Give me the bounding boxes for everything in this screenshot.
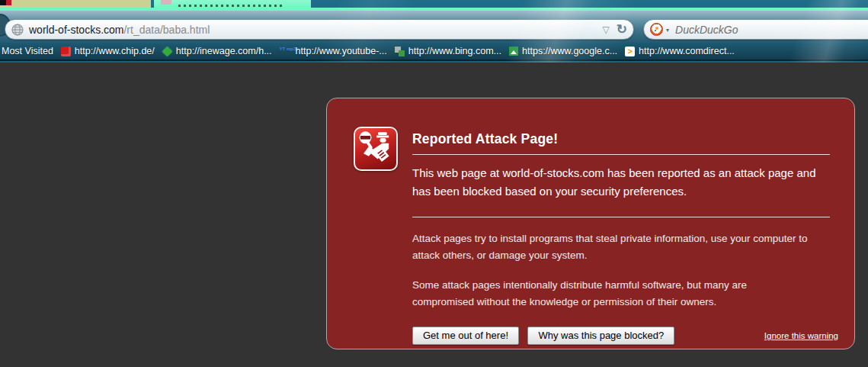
inactive-tab-favicon-accent [6,0,11,5]
globe-icon [11,24,24,36]
navigation-toolbar: world-of-stocks.com/rt_data/baba.html ▽ … [0,11,868,43]
warning-text-column: Reported Attack Page! This web page at w… [412,127,830,345]
history-dropdown-icon[interactable]: ▽ [603,24,610,35]
warning-intro: This web page at world-of-stocks.com has… [412,164,828,201]
search-bar[interactable]: ▾ DuckDuckGo [643,19,868,40]
google-favicon [509,47,518,56]
search-placeholder: DuckDuckGo [675,24,738,36]
section-divider [412,217,830,217]
bookmark-comdirect[interactable]: > http://www.comdirect... [625,46,735,56]
url-bar[interactable]: world-of-stocks.com/rt_data/baba.html ▽ … [5,19,634,40]
why-blocked-button[interactable]: Why was this page blocked? [527,327,674,345]
url-path: /rt_data/baba.html [123,24,210,36]
warning-paragraph-1: Attack pages try to install programs tha… [412,230,809,265]
bookmarks-toolbar: Most Visited http://www.chip.de/ http://… [0,43,868,61]
ytmp3-favicon: YT mp3 [280,47,292,56]
tab-active[interactable] [154,0,311,8]
search-engine-dropdown-icon[interactable]: ▾ [666,27,669,34]
url-domain: world-of-stocks.com [29,24,123,36]
police-warning-icon [354,127,398,171]
ignore-warning-link[interactable]: Ignore this warning [764,331,838,340]
chip-favicon [61,47,71,56]
bookmark-youtube[interactable]: YT mp3 http://www.youtube-... [280,46,387,56]
translate-favicon [395,47,405,56]
active-tab-favicon [161,0,171,5]
url-text[interactable]: world-of-stocks.com/rt_data/baba.html [29,24,595,36]
bookmark-most-visited[interactable]: Most Visited [2,46,53,56]
browser-chrome: world-of-stocks.com/rt_data/baba.html ▽ … [0,0,868,63]
tab-inactive[interactable] [0,0,152,8]
inactive-tab-favicon [0,0,6,5]
police-officer-glyph [355,128,396,169]
warning-paragraph-2: Some attack pages intentionally distribu… [412,277,809,311]
duckduckgo-icon[interactable] [650,23,663,36]
bookmark-bing[interactable]: http://www.bing.com... [395,46,501,56]
get-me-out-button[interactable]: Get me out of here! [412,327,519,345]
clover-favicon [162,47,172,56]
warning-title: Reported Attack Page! [412,127,830,155]
active-tab-title-clipped [178,5,285,7]
comdirect-favicon: > [625,47,635,56]
bookmark-google[interactable]: https://www.google.c... [509,46,617,56]
tab-strip [0,0,868,8]
bookmark-inewage[interactable]: http://inewage.com/h... [162,46,272,56]
bookmark-chip[interactable]: http://www.chip.de/ [61,46,155,56]
page-content: Reported Attack Page! This web page at w… [0,63,868,367]
attack-warning-panel: Reported Attack Page! This web page at w… [326,98,855,349]
reload-icon[interactable]: ↻ [617,21,627,37]
